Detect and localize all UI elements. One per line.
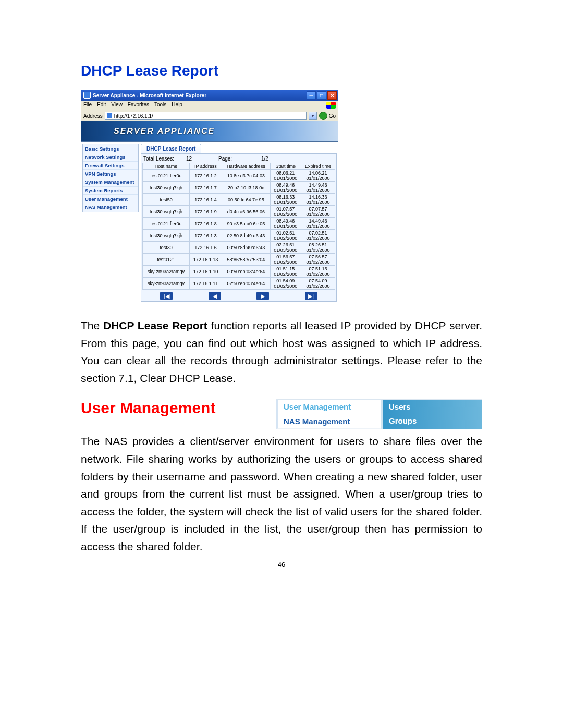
lease-table: Host name IP address Hardware address St…: [142, 163, 335, 290]
table-cell: 08:49:4601/01/2000: [270, 182, 301, 194]
sidebar-item-system-reports[interactable]: System Reports: [83, 187, 138, 195]
minimize-button[interactable]: ─: [307, 91, 316, 100]
table-row: test50172.16.1.400:50:fc:64:7e:9508:16:3…: [143, 194, 335, 206]
table-cell: 08:26:5101/03/2000: [301, 242, 335, 254]
prev-page-button[interactable]: ◀: [209, 292, 221, 300]
table-cell: 172.16.1.7: [189, 182, 222, 194]
table-cell: 172.16.1.11: [189, 278, 222, 290]
table-cell: 172.16.1.2: [189, 170, 222, 182]
sidebar-item-vpn-settings[interactable]: VPN Settings: [83, 170, 138, 178]
go-button[interactable]: → Go: [319, 112, 336, 120]
table-cell: 01:54:0901/02/2000: [270, 278, 301, 290]
col-expired: Expired time: [301, 163, 335, 170]
address-label: Address: [83, 113, 103, 119]
app-banner: SERVER APPLIANCE: [81, 121, 338, 142]
windows-flag-icon: [326, 102, 336, 109]
table-cell: 00:50:8d:49:d6:43: [222, 242, 270, 254]
col-host: Host name: [143, 163, 190, 170]
table-row: test0121-fjer0u172.16.1.890:e3:5a:a0:6e:…: [143, 218, 335, 230]
table-cell: 14:49:4601/01/2000: [301, 218, 335, 230]
table-cell: 172.16.1.8: [189, 218, 222, 230]
next-page-button[interactable]: ▶: [256, 292, 269, 300]
menu-edit[interactable]: Edit: [97, 102, 106, 109]
menu-help[interactable]: Help: [172, 102, 182, 109]
screenshot-ie-window: Server Appliance - Microsoft Internet Ex…: [81, 90, 338, 306]
table-row: sky-zn93a2ramqy172.16.1.1102:50:eb:03:4e…: [143, 278, 335, 290]
table-row: sky-zn93a2ramqy172.16.1.1000:50:eb:03:4e…: [143, 266, 335, 278]
table-row: test30-wqtg7kjh172.16.1.302:50:8d:49:d6:…: [143, 230, 335, 242]
last-page-button[interactable]: ▶|: [305, 292, 317, 300]
table-row: test0121-fjer0u172.16.1.210:8e:d3:7c:04:…: [143, 170, 335, 182]
maximize-button[interactable]: □: [317, 91, 326, 100]
table-cell: test50: [143, 194, 190, 206]
window-title: Server Appliance - Microsoft Internet Ex…: [93, 93, 206, 98]
go-arrow-icon: →: [319, 112, 327, 120]
table-cell: 07:02:5101/02/2000: [301, 230, 335, 242]
sidebar-item-firewall-settings[interactable]: Firewall Settings: [83, 162, 138, 170]
table-cell: 01:51:1501/02/2000: [270, 266, 301, 278]
page-label: Page:: [218, 156, 261, 162]
address-url: http://172.16.1.1/: [114, 113, 153, 119]
sidebar-item-nas-management[interactable]: NAS Management: [83, 203, 138, 211]
menu-bar: File Edit View Favorites Tools Help: [81, 101, 338, 110]
col-start: Start time: [270, 163, 301, 170]
table-cell: 58:86:58:57:53:04: [222, 254, 270, 266]
table-cell: 172.16.1.9: [189, 206, 222, 218]
total-leases-label: Total Leases:: [143, 156, 186, 162]
table-cell: 14:16:3301/01/2000: [301, 194, 335, 206]
menu-view[interactable]: View: [111, 102, 123, 109]
table-cell: sky-zn93a2ramqy: [143, 278, 190, 290]
menu-tools[interactable]: Tools: [154, 102, 166, 109]
sidebar-item-user-management[interactable]: User Management: [83, 195, 138, 203]
table-row: test30172.16.1.600:50:8d:49:d6:4302:26:5…: [143, 242, 335, 254]
window-titlebar: Server Appliance - Microsoft Internet Ex…: [81, 90, 338, 101]
col-hw: Hardware address: [222, 163, 270, 170]
table-cell: test30-wqtg7kjh: [143, 182, 190, 194]
address-bar: Address http://172.16.1.1/ ▾ → Go: [81, 110, 338, 121]
sidebar-item-network-settings[interactable]: Network Settings: [83, 153, 138, 162]
table-cell: 172.16.1.3: [189, 230, 222, 242]
table-cell: test30-wqtg7kjh: [143, 230, 190, 242]
col-ip: IP address: [189, 163, 222, 170]
submenu-groups[interactable]: Groups: [383, 414, 482, 428]
sidebar-item-basic-settings[interactable]: Basic Settings: [83, 145, 138, 153]
address-input[interactable]: http://172.16.1.1/: [105, 112, 307, 120]
table-cell: 08:49:4601/01/2000: [270, 218, 301, 230]
total-leases-value: 12: [186, 156, 218, 162]
first-page-button[interactable]: |◀: [160, 292, 173, 300]
menu-nas-management[interactable]: NAS Management: [276, 414, 381, 429]
table-cell: 08:06:2101/01/2000: [270, 170, 301, 182]
table-cell: 172.16.1.4: [189, 194, 222, 206]
table-cell: 172.16.1.10: [189, 266, 222, 278]
summary-row: Total Leases: 12 Page: 1/2: [142, 155, 335, 163]
table-cell: 07:51:1501/02/2000: [301, 266, 335, 278]
table-cell: 14:06:2101/01/2000: [301, 170, 335, 182]
main-panel: DHCP Lease Report Total Leases: 12 Page:…: [140, 143, 338, 303]
table-cell: 01:02:5101/02/2000: [270, 230, 301, 242]
close-button[interactable]: ✕: [327, 91, 337, 100]
table-cell: 10:8e:d3:7c:04:03: [222, 170, 270, 182]
table-cell: 00:50:fc:64:7e:95: [222, 194, 270, 206]
table-cell: test30-wqtg7kjh: [143, 206, 190, 218]
menu-favorites[interactable]: Favorites: [128, 102, 149, 109]
table-header-row: Host name IP address Hardware address St…: [143, 163, 335, 170]
table-cell: 14:49:4601/01/2000: [301, 182, 335, 194]
table-cell: 01:56:5701/02/2000: [270, 254, 301, 266]
table-cell: 00:50:eb:03:4e:64: [222, 266, 270, 278]
ie-icon: [83, 92, 91, 99]
table-cell: 172.16.1.13: [189, 254, 222, 266]
pager: |◀ ◀ ▶ ▶|: [142, 290, 335, 300]
tab-dhcp-lease-report[interactable]: DHCP Lease Report: [141, 144, 201, 153]
table-cell: 02:26:5101/03/2000: [270, 242, 301, 254]
table-row: test0121172.16.1.1358:86:58:57:53:0401:5…: [143, 254, 335, 266]
menu-file[interactable]: File: [83, 102, 92, 109]
address-dropdown-button[interactable]: ▾: [309, 112, 317, 120]
table-cell: sky-zn93a2ramqy: [143, 266, 190, 278]
menu-user-management[interactable]: User Management: [276, 400, 381, 414]
sidebar-item-system-management[interactable]: System Management: [83, 178, 138, 187]
table-cell: 07:07:5701/02/2000: [301, 206, 335, 218]
table-cell: 08:16:3301/01/2000: [270, 194, 301, 206]
submenu-users[interactable]: Users: [383, 400, 482, 414]
heading-user-management: User Management: [81, 399, 265, 417]
table-cell: d0:4c:a6:96:56:06: [222, 206, 270, 218]
